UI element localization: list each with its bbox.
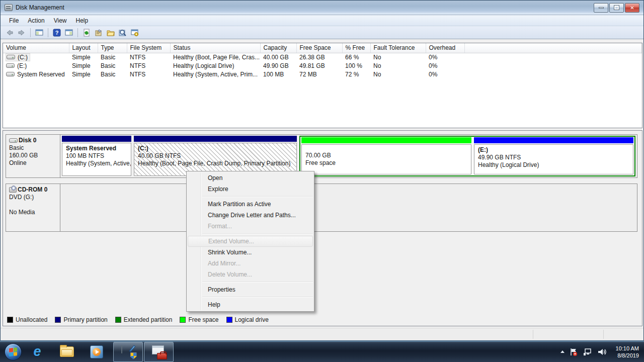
help-button[interactable]: ?	[51, 27, 63, 38]
menu-separator	[202, 233, 313, 234]
window-gear-icon	[131, 29, 139, 37]
table-header-row: Volume Layout Type File System Status Ca…	[3, 43, 642, 53]
partition-free-space[interactable]: 70.00 GB Free space	[301, 137, 472, 175]
disk0-row: Disk 0 Basic 160.00 GB Online System Res…	[6, 134, 637, 178]
partition-title: System Reserved	[66, 145, 127, 152]
console-tree-button[interactable]	[33, 27, 45, 38]
logical-drive-bar	[474, 137, 633, 143]
show-hidden-icons-button[interactable]	[560, 350, 565, 353]
cdrom0-label-panel[interactable]: CD-ROM 0 DVD (G:) No Media	[6, 184, 60, 231]
taskbar-media-player[interactable]	[87, 342, 107, 362]
explore-button[interactable]	[105, 27, 117, 38]
menu-help[interactable]: Help	[188, 299, 313, 310]
taskbar-windows-explorer[interactable]	[57, 342, 77, 362]
col-capacity[interactable]: Capacity	[260, 43, 296, 53]
refresh-button[interactable]	[80, 27, 93, 38]
cdrom0-media-status: No Media	[9, 209, 58, 216]
settings-button[interactable]	[129, 27, 141, 38]
action-center-flag-icon[interactable]	[569, 347, 578, 356]
table-row-e[interactable]: (E:) Simple Basic NTFS Healthy (Logical …	[3, 61, 642, 70]
legend-label: Unallocated	[16, 316, 47, 323]
legend-extended-partition: Extended partition	[115, 316, 173, 323]
legend-primary-partition: Primary partition	[55, 316, 107, 323]
partition-title: (E:)	[478, 146, 629, 154]
search-icon	[119, 29, 127, 37]
menu-mark-partition-active[interactable]: Mark Partition as Active	[188, 199, 313, 210]
network-icon[interactable]	[583, 347, 593, 356]
disk-icon	[9, 138, 18, 143]
window-title: Disk Management	[16, 4, 64, 11]
menu-shrink-volume[interactable]: Shrink Volume...	[188, 247, 313, 258]
search-button[interactable]	[117, 27, 129, 38]
col-layout[interactable]: Layout	[69, 43, 98, 53]
col-type[interactable]: Type	[98, 43, 127, 53]
menu-explore[interactable]: Explore	[188, 184, 313, 195]
properties-icon	[95, 29, 103, 37]
menu-open[interactable]: Open	[188, 172, 313, 184]
col-pct-free[interactable]: % Free	[342, 43, 370, 53]
taskbar-internet-explorer[interactable]: e	[27, 342, 47, 362]
volume-icon[interactable]	[597, 347, 607, 356]
graphical-view-pane: Disk 0 Basic 160.00 GB Online System Res…	[3, 130, 642, 326]
back-button[interactable]	[4, 27, 16, 38]
partition-system-reserved[interactable]: System Reserved 100 MB NTFS Healthy (Sys…	[61, 135, 132, 177]
partition-status: Healthy (Logical Drive)	[478, 161, 629, 169]
volume-name: System Reserved	[17, 71, 65, 78]
folder-icon	[60, 346, 74, 357]
cdrom0-empty-area	[60, 184, 637, 231]
toolbar-separator	[77, 28, 78, 37]
cdrom0-name: CD-ROM 0	[18, 186, 47, 194]
legend-free-space: Free space	[180, 316, 218, 323]
forward-button[interactable]	[16, 27, 28, 38]
system-tray: 10:10 AM 8/8/2019	[560, 345, 644, 359]
partition-context-menu: Open Explore Mark Partition as Active Ch…	[186, 171, 314, 312]
menu-extend-volume: Extend Volume...	[188, 236, 313, 247]
col-overhead[interactable]: Overhead	[426, 43, 464, 53]
titlebar[interactable]: Disk Management ✕	[1, 1, 643, 15]
legend-label: Extended partition	[124, 316, 173, 323]
action-pane-window-icon	[65, 29, 73, 37]
disk0-type: Basic	[9, 144, 58, 152]
disk-management-window: Disk Management ✕ File Action View Help …	[0, 0, 644, 341]
taskbar-clock[interactable]: 10:10 AM 8/8/2019	[616, 345, 639, 359]
start-button[interactable]	[5, 343, 22, 360]
col-fault-tolerance[interactable]: Fault Tolerance	[370, 43, 426, 53]
statusbar-separator	[533, 330, 533, 339]
menu-action[interactable]: Action	[23, 16, 49, 26]
disk-properties-button[interactable]	[93, 27, 105, 38]
partition-title: (C:)	[138, 145, 293, 152]
taskbar-admin-tools[interactable]	[144, 342, 174, 362]
refresh-icon	[83, 29, 91, 37]
menu-add-mirror: Add Mirror...	[188, 258, 313, 269]
partition-e[interactable]: (E:) 49.90 GB NTFS Healthy (Logical Driv…	[473, 137, 634, 175]
clock-date: 8/8/2019	[616, 352, 639, 359]
disk-management-icon	[121, 346, 135, 358]
disk0-label-panel[interactable]: Disk 0 Basic 160.00 GB Online	[6, 135, 60, 177]
menu-bar: File Action View Help	[1, 15, 643, 26]
menu-file[interactable]: File	[5, 16, 23, 26]
menu-properties[interactable]: Properties	[188, 284, 313, 295]
close-button[interactable]: ✕	[625, 3, 639, 13]
col-volume[interactable]: Volume	[3, 43, 69, 53]
partition-size: 49.90 GB NTFS	[478, 154, 629, 161]
menu-view[interactable]: View	[49, 16, 71, 26]
col-free-space[interactable]: Free Space	[296, 43, 342, 53]
legend: Unallocated Primary partition Extended p…	[7, 316, 269, 323]
table-row-system-reserved[interactable]: System Reserved Simple Basic NTFS Health…	[3, 70, 642, 78]
menu-change-drive-letter[interactable]: Change Drive Letter and Paths...	[188, 210, 313, 221]
disk0-status: Online	[9, 159, 58, 167]
toolbar-separator	[30, 28, 31, 37]
col-status[interactable]: Status	[170, 43, 260, 53]
col-file-system[interactable]: File System	[127, 43, 170, 53]
maximize-button[interactable]	[609, 3, 624, 13]
open-folder-icon	[107, 29, 115, 37]
taskbar-disk-management[interactable]	[113, 342, 143, 362]
minimize-button[interactable]	[594, 3, 608, 13]
status-bar	[1, 328, 643, 340]
volume-name: (E:)	[17, 62, 27, 69]
menu-help[interactable]: Help	[71, 16, 93, 26]
show-action-pane-button[interactable]	[63, 27, 75, 38]
disk0-partitions: System Reserved 100 MB NTFS Healthy (Sys…	[60, 135, 637, 177]
disk0-name: Disk 0	[19, 137, 36, 144]
table-row-c[interactable]: (C:) Simple Basic NTFS Healthy (Boot, Pa…	[3, 53, 642, 61]
